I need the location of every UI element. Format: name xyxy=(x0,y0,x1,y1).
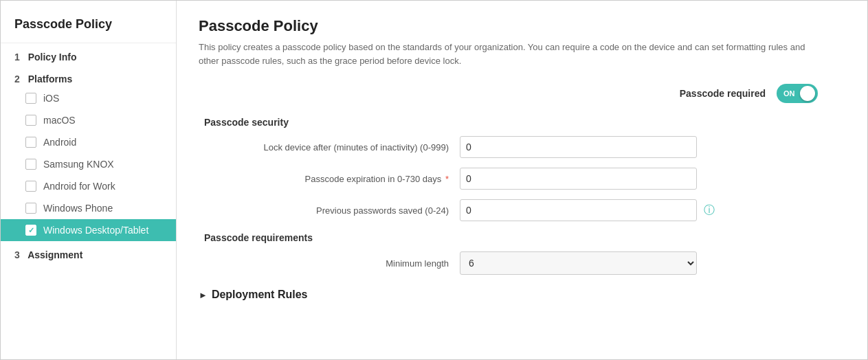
passcode-requirements-header: Passcode requirements xyxy=(204,232,845,243)
required-asterisk: * xyxy=(445,174,449,184)
passcode-security-header: Passcode security xyxy=(204,117,845,128)
passcode-expiration-row: Passcode expiration in 0-730 days * xyxy=(199,168,845,190)
windows-desktop-label: Windows Desktop/Tablet xyxy=(43,225,148,236)
passcode-expiration-label: Passcode expiration in 0-730 days * xyxy=(199,174,460,184)
help-icon[interactable]: ⓘ xyxy=(704,203,717,218)
sidebar-platforms-label: Platforms xyxy=(28,74,73,85)
minimum-length-label: Minimum length xyxy=(199,258,460,269)
samsung-knox-label: Samsung KNOX xyxy=(43,159,114,170)
sidebar-section-assignment[interactable]: 3 Assignment xyxy=(1,241,176,263)
sidebar-item-samsung-knox[interactable]: Samsung KNOX xyxy=(1,153,176,175)
android-checkbox[interactable] xyxy=(25,137,36,148)
section-number-1: 1 xyxy=(14,52,20,63)
passcode-security-section: Passcode security Lock device after (min… xyxy=(199,117,845,221)
windows-phone-checkbox[interactable] xyxy=(25,203,36,214)
sidebar-item-windows-desktop[interactable]: Windows Desktop/Tablet xyxy=(1,219,176,241)
previous-passwords-row: Previous passwords saved (0-24) ⓘ xyxy=(199,199,845,221)
section-number-2: 2 xyxy=(14,74,20,85)
passcode-requirements-section: Passcode requirements Minimum length 4 5… xyxy=(199,232,845,275)
android-for-work-checkbox[interactable] xyxy=(25,181,36,192)
samsung-knox-checkbox[interactable] xyxy=(25,159,36,170)
lock-device-label: Lock device after (minutes of inactivity… xyxy=(199,142,460,153)
sidebar-item-android[interactable]: Android xyxy=(1,131,176,153)
sidebar-title: Passcode Policy xyxy=(1,6,176,43)
main-content: Passcode Policy This policy creates a pa… xyxy=(177,1,867,359)
minimum-length-row: Minimum length 4 5 6 7 8 9 10 11 12 xyxy=(199,251,845,275)
sidebar-assignment-label: Assignment xyxy=(27,249,82,260)
page-title: Passcode Policy xyxy=(199,17,845,35)
sidebar: Passcode Policy 1 Policy Info 2 Platform… xyxy=(1,1,177,359)
macos-label: macOS xyxy=(43,115,76,126)
deployment-rules-section[interactable]: ► Deployment Rules xyxy=(199,289,845,301)
sidebar-section-policy-info[interactable]: 1 Policy Info xyxy=(1,43,176,65)
toggle-on-text: ON xyxy=(783,89,800,98)
sidebar-item-android-for-work[interactable]: Android for Work xyxy=(1,175,176,197)
lock-device-input[interactable] xyxy=(460,136,697,158)
previous-passwords-label: Previous passwords saved (0-24) xyxy=(199,205,460,216)
sidebar-section-platforms[interactable]: 2 Platforms xyxy=(1,65,176,87)
macos-checkbox[interactable] xyxy=(25,115,36,126)
android-for-work-label: Android for Work xyxy=(43,181,115,192)
deployment-rules-arrow: ► xyxy=(199,290,208,300)
passcode-required-toggle[interactable]: ON xyxy=(777,84,818,103)
sidebar-item-ios[interactable]: iOS xyxy=(1,87,176,109)
android-label: Android xyxy=(43,137,76,148)
minimum-length-select[interactable]: 4 5 6 7 8 9 10 11 12 xyxy=(460,251,697,275)
page-description: This policy creates a passcode policy ba… xyxy=(199,41,817,67)
ios-checkbox[interactable] xyxy=(25,93,36,104)
ios-label: iOS xyxy=(43,93,59,104)
sidebar-item-windows-phone[interactable]: Windows Phone xyxy=(1,197,176,219)
passcode-required-label: Passcode required xyxy=(680,88,766,99)
sidebar-item-macos[interactable]: macOS xyxy=(1,109,176,131)
passcode-expiration-input[interactable] xyxy=(460,168,697,190)
previous-passwords-input[interactable] xyxy=(460,199,697,221)
windows-desktop-checkbox[interactable] xyxy=(25,225,36,236)
section-number-3: 3 xyxy=(14,249,20,260)
lock-device-row: Lock device after (minutes of inactivity… xyxy=(199,136,845,158)
passcode-required-row: Passcode required ON xyxy=(199,84,845,103)
windows-phone-label: Windows Phone xyxy=(43,203,113,214)
toggle-knob xyxy=(800,86,815,101)
deployment-rules-title: Deployment Rules xyxy=(212,289,308,301)
sidebar-policy-info-label: Policy Info xyxy=(28,52,77,63)
